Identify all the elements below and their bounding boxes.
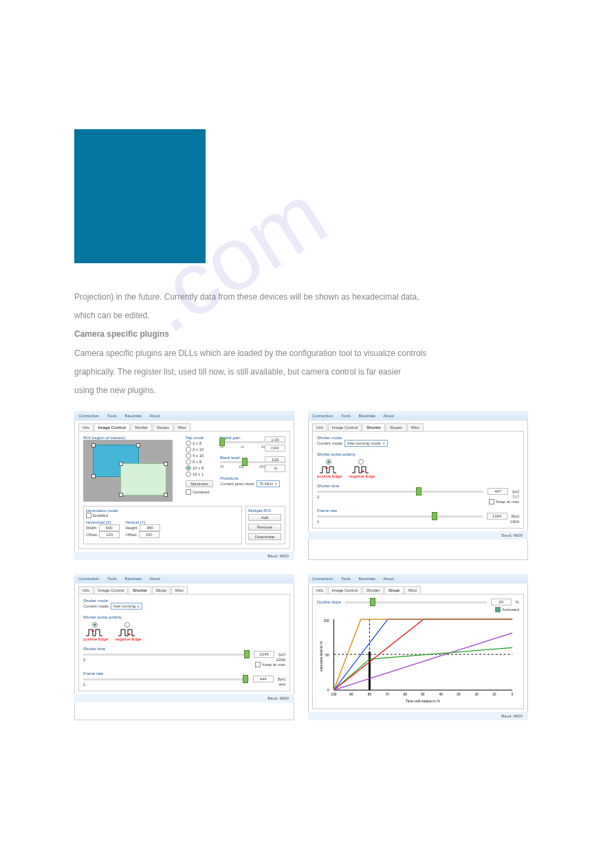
activated-checkbox[interactable] [495,607,501,612]
menu-about[interactable]: About [383,414,394,418]
negative-edge-radio[interactable] [358,459,364,465]
menu-baudrate[interactable]: Baudrate [359,577,375,581]
shutter-time-slider[interactable] [83,654,250,656]
shutter-mode-select[interactable]: free running mode [344,440,388,447]
bl-tick-0: 50 [220,465,224,469]
menu-tools[interactable]: Tools [107,577,117,581]
multi-roi-remove-button[interactable]: Remove [248,524,281,531]
double-slope-slider[interactable] [345,601,487,603]
tap-opt-2: 4 x 10 [193,454,204,458]
tab-shutter[interactable]: Shutter [362,586,384,594]
tab-misc[interactable]: Misc [404,586,421,594]
tab-info[interactable]: Info [78,586,94,594]
menu-about[interactable]: About [149,577,160,581]
shutter-mode-value: free running [113,604,135,608]
menu-about[interactable]: About [149,414,160,418]
tab-misc[interactable]: Misc [171,586,188,594]
tab-misc[interactable]: Misc [407,423,424,431]
double-slope-value[interactable]: 20 [491,599,512,605]
offset-y-input[interactable]: 100 [139,531,160,538]
tap-radio-0[interactable] [186,441,191,446]
tap-radio-3[interactable] [186,459,191,465]
tap-opt-0: 2 x 8 [193,441,201,445]
menu-tools[interactable]: Tools [341,577,351,581]
tap-opt-5: 16 x 1 [193,472,204,476]
tab-image-control[interactable]: Image Control [94,423,130,431]
frame-rate-value[interactable]: 444 [253,676,274,682]
digital-gain-slider[interactable] [220,441,285,443]
double-slope-unit: % [516,600,519,604]
tab-shutter[interactable]: Shutter [362,423,385,431]
menu-tools[interactable]: Tools [341,414,351,418]
negative-edge-radio[interactable] [124,622,130,627]
tab-shutter[interactable]: Shutter [131,423,152,431]
height-input[interactable]: 480 [140,524,160,531]
menu-connection[interactable]: Connection [312,414,333,418]
negative-edge-label: negative Edge [115,637,141,641]
frame-rate-unit: [fps] [512,514,519,518]
multi-roi-deactivate-button[interactable]: Deactivate [248,533,281,540]
multi-roi-add-button[interactable]: Add [248,514,281,521]
width-input[interactable]: 640 [99,524,120,531]
tab-slope[interactable]: Slope [384,586,404,594]
menu-connection[interactable]: Connection [312,577,333,581]
tap-radio-5[interactable] [186,471,191,477]
centered-checkbox[interactable] [186,489,191,495]
body-p5: graphically. The register list, used til… [74,366,540,379]
tap-radio-2[interactable] [186,453,191,458]
frame-rate-slider[interactable] [83,678,249,680]
tab-info[interactable]: Info [312,423,327,431]
shutter-time-slider[interactable] [317,491,483,493]
positive-edge-radio[interactable] [326,459,331,465]
shutter-time-value[interactable]: 447 [487,488,508,495]
menu-about[interactable]: About [383,577,394,581]
menu-baudrate[interactable]: Baudrate [125,414,142,418]
tab-image-control[interactable]: Image Control [328,423,362,431]
decimation-enable-label: Enabled [93,513,108,518]
decimation-enable-checkbox[interactable] [86,513,91,518]
menu-connection[interactable]: Connection [78,414,99,418]
body-p2: which can be edited. [74,309,540,322]
menubar: Connection Tools Baudrate About [74,574,294,583]
digital-gain-off-button[interactable]: OFF [265,445,285,452]
tab-slopes[interactable]: Slopes [153,423,173,431]
shutter-mode-field-label: Current mode: [83,604,109,608]
tab-misc[interactable]: Misc [174,423,190,431]
black-level-reset-button[interactable]: ⟲ [265,465,285,472]
tab-shutter[interactable]: Shutter [129,586,151,594]
keep-at-max-checkbox[interactable] [255,662,261,667]
roi-canvas[interactable] [83,440,173,502]
tab-info[interactable]: Info [78,423,94,431]
frame-rate-value[interactable]: 1384 [487,513,507,520]
roi-region-2[interactable] [121,464,166,495]
tab-image-control[interactable]: Image Control [94,586,129,594]
menu-baudrate[interactable]: Baudrate [359,414,375,418]
width-label: Width: [86,526,98,530]
panel-shutter-b: Connection Tools Baudrate About Info Ima… [74,574,294,720]
tap-radio-4[interactable] [186,465,191,471]
menu-connection[interactable]: Connection [78,577,99,581]
status-bar: Baud: 9600 [74,694,294,702]
shutter-mode-select[interactable]: free running [111,603,142,610]
tab-info[interactable]: Info [312,586,327,594]
tap-radio-1[interactable] [186,447,191,452]
keep-at-max-checkbox[interactable] [489,499,494,504]
svg-text:20: 20 [475,693,479,696]
frame-rate-slider[interactable] [317,515,483,518]
black-level-slider[interactable] [220,461,285,463]
pixelclock-select[interactable]: 75 MHz [256,480,281,487]
tab-image-control[interactable]: Image Control [328,586,362,594]
body-p1: Projection) in the future. Currently dat… [74,291,540,304]
tab-slopes[interactable]: Slopes [386,423,406,431]
offset-x-input[interactable]: 120 [99,531,120,538]
panel-slope: Connection Tools Baudrate About Info Ima… [308,574,528,720]
positive-edge-radio[interactable] [92,622,98,627]
activated-label: Activated [502,608,519,612]
negative-edge-icon [351,465,372,474]
body-p4: Camera specific plugins are DLLs which a… [74,347,540,360]
menu-baudrate[interactable]: Baudrate [125,577,142,581]
tab-slope[interactable]: Slope [152,586,171,594]
maximize-button[interactable]: Maximize [186,480,213,487]
menu-tools[interactable]: Tools [107,414,117,418]
shutter-time-value[interactable]: 2245 [254,651,274,658]
